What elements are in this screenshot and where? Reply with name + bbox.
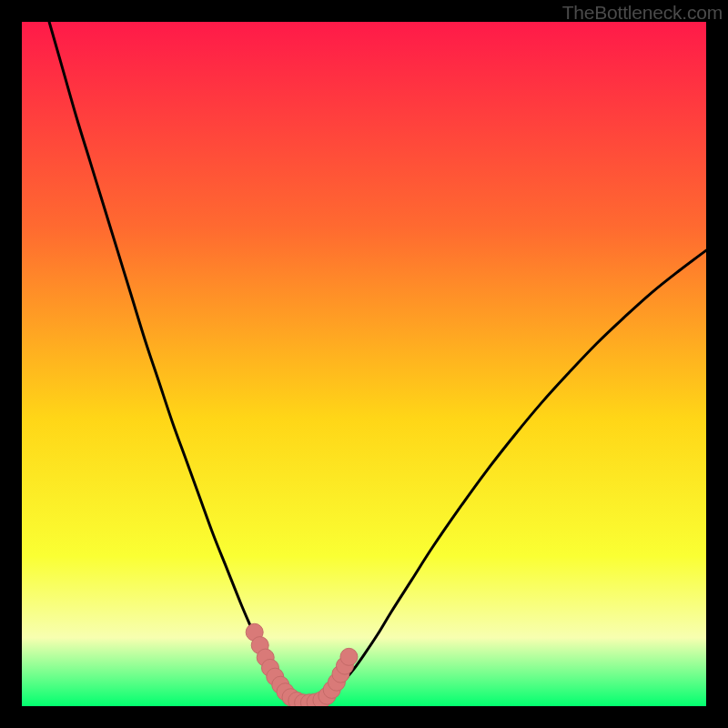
watermark-text: TheBottleneck.com: [562, 2, 723, 24]
chart-svg: [22, 22, 706, 706]
gradient-bg: [22, 22, 706, 706]
outer-frame: TheBottleneck.com: [0, 0, 728, 728]
plot-area: [22, 22, 706, 706]
marker-dot: [340, 648, 358, 665]
